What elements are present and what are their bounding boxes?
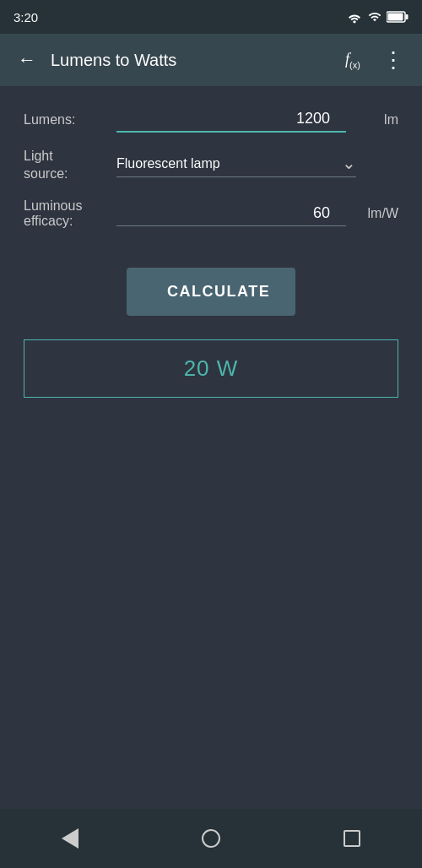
lumens-row: Lumens: lm [24, 106, 398, 133]
recents-nav-icon [344, 830, 360, 847]
wifi-icon [346, 10, 363, 24]
home-nav-button[interactable] [190, 817, 232, 860]
back-nav-icon [62, 828, 78, 849]
lumens-input[interactable] [116, 106, 346, 133]
light-source-label: Lightsource: [24, 148, 116, 183]
svg-rect-1 [406, 14, 408, 19]
luminous-efficacy-row: Luminousefficacy: lm/W [24, 198, 398, 229]
app-bar: ← Lumens to Watts f(x) ⋮ [0, 34, 422, 86]
lumens-unit: lm [356, 112, 398, 127]
home-nav-icon [202, 829, 220, 848]
calculate-btn-container: CALCULATE [24, 268, 398, 316]
spacer [24, 418, 398, 809]
lumens-input-container [116, 106, 346, 133]
app-title: Lumens to Watts [44, 51, 334, 70]
luminous-efficacy-label: Luminousefficacy: [24, 198, 116, 229]
light-source-select-container[interactable]: Fluorescent lamp Incandescent lamp LED l… [116, 153, 356, 177]
main-content: Lumens: lm Lightsource: Fluorescent lamp… [0, 86, 422, 809]
light-source-select[interactable]: Fluorescent lamp Incandescent lamp LED l… [116, 156, 338, 171]
signal-icon [368, 10, 381, 24]
battery-icon [387, 10, 408, 24]
recents-nav-button[interactable] [331, 817, 373, 860]
lumens-label: Lumens: [24, 112, 116, 127]
status-icons [346, 10, 408, 24]
status-time: 3:20 [14, 10, 38, 24]
calculate-button[interactable]: CALCULATE [127, 268, 295, 316]
formula-button[interactable]: f(x) [334, 41, 371, 79]
back-button[interactable]: ← [10, 43, 44, 77]
more-button[interactable]: ⋮ [375, 41, 412, 79]
back-nav-button[interactable] [49, 817, 91, 860]
fx-icon: f(x) [345, 51, 360, 70]
result-box: 20 W [24, 339, 398, 398]
more-icon: ⋮ [382, 47, 404, 73]
light-source-row: Lightsource: Fluorescent lamp Incandesce… [24, 148, 398, 183]
chevron-down-icon: ⌄ [342, 153, 356, 173]
status-bar: 3:20 [0, 0, 422, 34]
nav-bar [0, 809, 422, 868]
result-value: 20 W [184, 355, 239, 381]
luminous-efficacy-unit: lm/W [356, 206, 398, 221]
luminous-efficacy-input-container [116, 201, 346, 226]
luminous-efficacy-input[interactable] [116, 201, 346, 226]
svg-rect-2 [388, 14, 403, 21]
app-bar-actions: f(x) ⋮ [334, 41, 412, 79]
